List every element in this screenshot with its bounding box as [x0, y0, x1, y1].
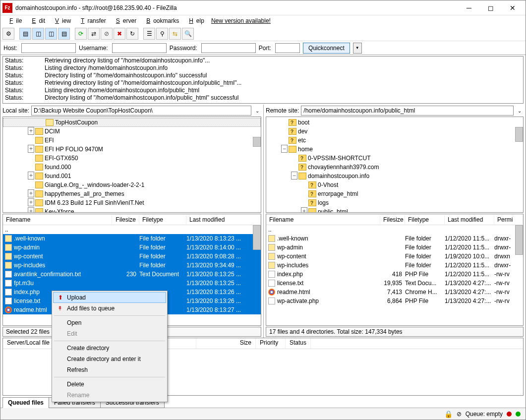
tree-node[interactable]: chovaytiennhanh3979.com: [266, 163, 523, 172]
toggle-queue-icon[interactable]: ▤: [58, 28, 70, 40]
col-lastmod[interactable]: Last modified: [445, 215, 494, 224]
ctx-create-dir[interactable]: Create directory: [53, 343, 166, 354]
expand-icon[interactable]: +: [301, 209, 307, 213]
expand-icon[interactable]: −: [291, 173, 297, 179]
tree-node[interactable]: +public_html: [266, 207, 523, 213]
toggle-remotetree-icon[interactable]: ◫: [45, 28, 57, 40]
tree-node[interactable]: −domainhostcoupon.info: [266, 172, 523, 180]
tree-node[interactable]: errorpage_html: [266, 189, 523, 198]
expand-icon[interactable]: [301, 191, 307, 197]
password-input[interactable]: [201, 43, 256, 53]
process-queue-icon[interactable]: ⇄: [88, 28, 100, 40]
expand-icon[interactable]: [281, 137, 287, 143]
expand-icon[interactable]: [28, 164, 34, 170]
file-row[interactable]: wp-adminFile folder1/13/2020 8:14:00 ...: [3, 243, 261, 252]
expand-icon[interactable]: [291, 164, 297, 170]
col-filesize[interactable]: Filesize: [380, 215, 405, 224]
local-site-dropdown[interactable]: ⌄: [253, 108, 261, 114]
expand-icon[interactable]: +: [28, 173, 34, 179]
expand-icon[interactable]: [301, 200, 307, 206]
expand-icon[interactable]: −: [281, 146, 287, 152]
expand-icon[interactable]: +: [28, 209, 34, 213]
remote-tree[interactable]: bootdevetc−home0-VPSSIM-SHORTCUTchovayti…: [266, 117, 524, 213]
find-icon[interactable]: 🔍: [182, 28, 194, 40]
username-input[interactable]: [112, 43, 167, 53]
tree-node[interactable]: GiangLe.Org_-_windows-loader-2-2-1: [3, 180, 261, 189]
file-row[interactable]: ..: [266, 225, 523, 234]
compare-icon[interactable]: ⚲: [156, 28, 168, 40]
file-row[interactable]: wp-includesFile folder1/12/2020 11:5...d…: [266, 261, 523, 270]
file-row[interactable]: wp-adminFile folder1/12/2020 11:5...drwx…: [266, 243, 523, 252]
refresh-icon[interactable]: ⟳: [75, 28, 87, 40]
sitemanager-icon[interactable]: ⚙: [2, 28, 14, 40]
expand-icon[interactable]: [28, 137, 34, 143]
expand-icon[interactable]: [281, 128, 287, 134]
remote-site-dropdown[interactable]: ⌄: [516, 108, 524, 114]
tree-node[interactable]: +DCIM: [3, 127, 261, 136]
expand-icon[interactable]: +: [28, 128, 34, 134]
ctx-upload[interactable]: ⬆ Upload: [53, 292, 166, 303]
tree-node[interactable]: +EFI HP FOLIO 9470M: [3, 145, 261, 154]
tree-node[interactable]: EFI: [3, 136, 261, 145]
file-row[interactable]: index.php418PHP File1/12/2020 11:5...-rw…: [266, 270, 523, 279]
expand-icon[interactable]: [38, 120, 44, 125]
expand-icon[interactable]: [291, 155, 297, 161]
expand-icon[interactable]: +: [28, 146, 34, 152]
tree-node[interactable]: +happythemes_all_pro_themes: [3, 189, 261, 198]
tree-node[interactable]: −home: [266, 145, 523, 154]
col-filetype[interactable]: Filetype: [405, 215, 445, 224]
queue-col-status[interactable]: Status: [286, 338, 311, 349]
local-site-input[interactable]: [31, 106, 251, 116]
col-filesize[interactable]: Filesize: [112, 215, 139, 224]
disconnect-icon[interactable]: ✖: [114, 28, 125, 40]
tree-node[interactable]: EFI-GTX650: [3, 154, 261, 163]
ctx-refresh[interactable]: Refresh: [53, 364, 166, 375]
queue-col-size[interactable]: Size: [196, 338, 256, 349]
file-row[interactable]: wp-contentFile folder1/13/2020 9:08:28 .…: [3, 252, 261, 261]
ctx-create-dir-enter[interactable]: Create directory and enter it: [53, 354, 166, 364]
tab-queued[interactable]: Queued files: [2, 397, 49, 408]
menu-newversion[interactable]: New version available!: [208, 16, 274, 25]
tree-node[interactable]: +Key-Xforce: [3, 207, 261, 213]
local-file-header[interactable]: Filename Filesize Filetype Last modified: [3, 214, 261, 225]
menu-edit[interactable]: Edit: [26, 16, 48, 25]
ctx-open[interactable]: Open: [53, 317, 166, 328]
sync-browse-icon[interactable]: ⇆: [169, 28, 181, 40]
close-button[interactable]: ✕: [502, 1, 524, 15]
remote-file-header[interactable]: Filename Filesize Filetype Last modified…: [266, 214, 523, 225]
tree-node[interactable]: found.000: [3, 163, 261, 172]
tree-node[interactable]: +found.001: [3, 172, 261, 180]
quickconnect-button[interactable]: Quickconnect: [303, 43, 350, 54]
minimize-button[interactable]: ─: [458, 1, 480, 15]
menu-view[interactable]: View: [49, 16, 74, 25]
toggle-localtree-icon[interactable]: ◫: [32, 28, 44, 40]
file-row[interactable]: fpt.m3u1/13/2020 8:13:25 ...: [3, 279, 261, 288]
expand-icon[interactable]: [301, 182, 307, 188]
filter-icon[interactable]: ☰: [143, 28, 155, 40]
menu-help[interactable]: Help: [183, 16, 207, 25]
menu-server[interactable]: Server: [110, 16, 139, 25]
tree-node[interactable]: 0-Vhost: [266, 180, 523, 189]
maximize-button[interactable]: ◻: [480, 1, 502, 15]
queue-col-priority[interactable]: Priority: [256, 338, 286, 349]
col-filename[interactable]: Filename: [266, 215, 380, 224]
col-filetype[interactable]: Filetype: [139, 215, 186, 224]
file-row[interactable]: wp-includesFile folder1/13/2020 9:34:49 …: [3, 261, 261, 270]
tree-node[interactable]: boot: [266, 118, 523, 127]
file-row[interactable]: avantlink_confirmation.txt230Text Docume…: [3, 270, 261, 279]
menu-transfer[interactable]: Transfer: [75, 16, 109, 25]
tree-node[interactable]: +IDM 6.23 Build 12 Full SinhVienIT.Net: [3, 198, 261, 207]
remote-file-list[interactable]: ...well-knownFile folder1/12/2020 11:5..…: [266, 225, 523, 322]
expand-icon[interactable]: [281, 120, 287, 125]
expand-icon[interactable]: +: [28, 191, 34, 197]
message-log[interactable]: Status:Retrieving directory listing of "…: [2, 56, 524, 104]
file-row[interactable]: .well-knownFile folder1/13/2020 8:13:23 …: [3, 234, 261, 243]
menu-file[interactable]: File: [3, 16, 25, 25]
col-filename[interactable]: Filename: [3, 215, 112, 224]
expand-icon[interactable]: [28, 182, 34, 188]
file-row[interactable]: ..: [3, 225, 261, 234]
file-row[interactable]: readme.html7,413Chrome H...1/13/2020 4:2…: [266, 288, 523, 297]
ctx-delete[interactable]: Delete: [53, 379, 166, 390]
col-lastmod[interactable]: Last modified: [186, 215, 261, 224]
tree-node[interactable]: TopHostCoupon: [3, 118, 261, 127]
